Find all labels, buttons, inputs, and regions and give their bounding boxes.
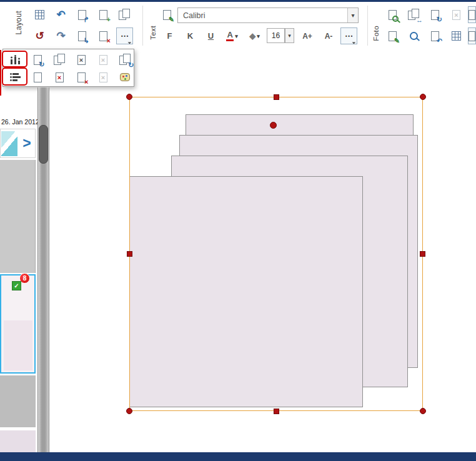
- photo-search-icon: [389, 10, 397, 20]
- cutoff-button[interactable]: [468, 6, 476, 23]
- font-family-value: Calibri: [178, 11, 347, 20]
- fill-color-icon: ◆: [249, 31, 255, 41]
- distribute-columns-button[interactable]: [7, 52, 24, 67]
- redo-icon: ↷: [56, 31, 65, 41]
- page-up-icon: ↱: [78, 10, 86, 20]
- badge-count: 8: [23, 275, 27, 282]
- delete-right-page-button[interactable]: ×: [72, 69, 90, 85]
- stacked-photo-frame-front[interactable]: [129, 176, 363, 407]
- insert-page-button[interactable]: +: [95, 6, 112, 23]
- rotate-page-button[interactable]: ↻: [29, 52, 46, 67]
- decrease-font-button[interactable]: A-: [319, 27, 338, 44]
- increase-font-button[interactable]: A+: [298, 27, 317, 44]
- edit-photo-button[interactable]: ✎: [384, 27, 401, 44]
- photo-zoom-button[interactable]: [405, 27, 422, 44]
- move-page-down-button[interactable]: ↳: [74, 27, 91, 44]
- grid-icon: [452, 31, 461, 41]
- font-family-combobox[interactable]: Calibri ▾: [177, 7, 359, 23]
- cutoff-icon: [469, 10, 475, 20]
- two-page-spread-button[interactable]: [51, 52, 68, 67]
- distribute-columns-icon: [10, 55, 22, 65]
- caret-down-icon: ▾: [257, 33, 260, 39]
- page-thumbnail[interactable]: [0, 430, 36, 452]
- delete-page-icon: ×: [99, 31, 107, 41]
- clear-page-button[interactable]: ×: [72, 52, 90, 67]
- undo-button[interactable]: ↺: [31, 27, 48, 44]
- text-group-label: Text: [149, 26, 157, 40]
- resize-handle-bottom-left[interactable]: [126, 408, 132, 414]
- page-date-label: 26. Jan 2012: [1, 118, 39, 126]
- dropdown-corner-icon: [126, 39, 131, 44]
- distribute-rows-button[interactable]: [7, 69, 24, 85]
- sidebar-scrollbar-thumb[interactable]: [39, 125, 48, 164]
- delete-disabled-icon: ×: [99, 72, 107, 82]
- decrease-font-label: A-: [325, 32, 333, 41]
- rotate-handle[interactable]: [270, 122, 277, 129]
- photo-grid-button[interactable]: [448, 27, 465, 44]
- resize-handle-middle-right[interactable]: [420, 251, 425, 257]
- clear-page-icon: ×: [77, 55, 86, 65]
- photo-rotate-icon: ↻: [431, 10, 439, 20]
- single-page-button[interactable]: [29, 69, 46, 85]
- swap-photos-icon: ↔: [408, 9, 420, 21]
- delete-page-button[interactable]: ×: [95, 27, 112, 44]
- font-family-dropdown-arrow[interactable]: ▾: [347, 8, 358, 22]
- page-thumbnail[interactable]: [0, 375, 36, 427]
- font-size-dropdown-arrow[interactable]: ▾: [285, 28, 294, 43]
- replace-photo-button[interactable]: ↻: [427, 6, 444, 23]
- page-thumbnail[interactable]: [0, 160, 36, 273]
- revert-photo-button[interactable]: ↶: [427, 27, 444, 44]
- underline-label: U: [208, 31, 214, 41]
- swap-pages-button[interactable]: ↻: [116, 52, 134, 67]
- delete-left-page-button[interactable]: ×: [51, 69, 68, 85]
- photo-thumbnail: [1, 131, 17, 156]
- resize-handle-top-right[interactable]: [420, 94, 426, 100]
- caret-down-icon: ▾: [235, 33, 238, 39]
- clear-page-disabled-button: ×: [94, 52, 112, 67]
- reset-layout-button[interactable]: ↶: [52, 6, 69, 23]
- bold-button[interactable]: F: [161, 27, 178, 44]
- magnifier-icon: [392, 16, 399, 22]
- resize-handle-bottom-center[interactable]: [274, 409, 279, 414]
- undo-red-icon: ↺: [35, 31, 44, 41]
- text-tool-button[interactable]: ✎: [159, 6, 176, 23]
- layout-grid-button[interactable]: [31, 6, 48, 23]
- browse-photos-button[interactable]: [384, 6, 401, 23]
- resize-handle-top-left[interactable]: [126, 94, 132, 100]
- distribute-rows-icon: [10, 72, 21, 82]
- page-rotate-icon: ↻: [34, 55, 42, 65]
- duplicate-page-button[interactable]: [116, 6, 133, 23]
- cutoff-icon: [469, 31, 475, 41]
- zoom-icon: [410, 32, 418, 40]
- dropdown-corner-icon: [350, 39, 355, 44]
- chevron-right-icon: >: [22, 135, 31, 151]
- underline-button[interactable]: U: [202, 27, 219, 44]
- delete-disabled-button: ×: [94, 69, 112, 85]
- toolbar-separator: [142, 6, 143, 46]
- font-size-field[interactable]: 16: [267, 28, 285, 43]
- more-layout-tools-button[interactable]: ⋯: [116, 27, 133, 44]
- main-toolbar: Layout Text Foto ↶ ↱ + ↺ ↷ ↳ × ⋯ ✎ Calib…: [0, 2, 476, 47]
- single-page-icon: [34, 72, 42, 82]
- layout-group-label: Layout: [14, 11, 23, 34]
- swap-photos-button[interactable]: ↔: [405, 6, 422, 23]
- font-size-value: 16: [272, 31, 280, 40]
- expand-sidebar-button[interactable]: >: [19, 132, 34, 154]
- page-style-button[interactable]: [116, 69, 134, 85]
- resize-handle-middle-left[interactable]: [127, 251, 132, 257]
- red-highlight-edge: [0, 50, 1, 96]
- cutoff-button[interactable]: [468, 27, 476, 44]
- more-text-tools-button[interactable]: ⋯: [340, 27, 357, 44]
- resize-handle-bottom-right[interactable]: [420, 408, 426, 414]
- palette-icon: [120, 73, 130, 81]
- page-done-check-icon: ✓: [12, 281, 21, 290]
- fill-color-button[interactable]: ◆ ▾: [244, 27, 265, 44]
- page-down-icon: ↳: [78, 31, 86, 41]
- photo-tool-disabled-button: ×: [448, 6, 465, 23]
- redo-button[interactable]: ↷: [52, 27, 69, 44]
- italic-button[interactable]: K: [182, 27, 199, 44]
- resize-handle-top-center[interactable]: [274, 94, 279, 100]
- font-color-button[interactable]: A ▾: [222, 27, 242, 44]
- move-page-up-button[interactable]: ↱: [74, 6, 91, 23]
- thumbnail-preview[interactable]: >: [0, 129, 36, 158]
